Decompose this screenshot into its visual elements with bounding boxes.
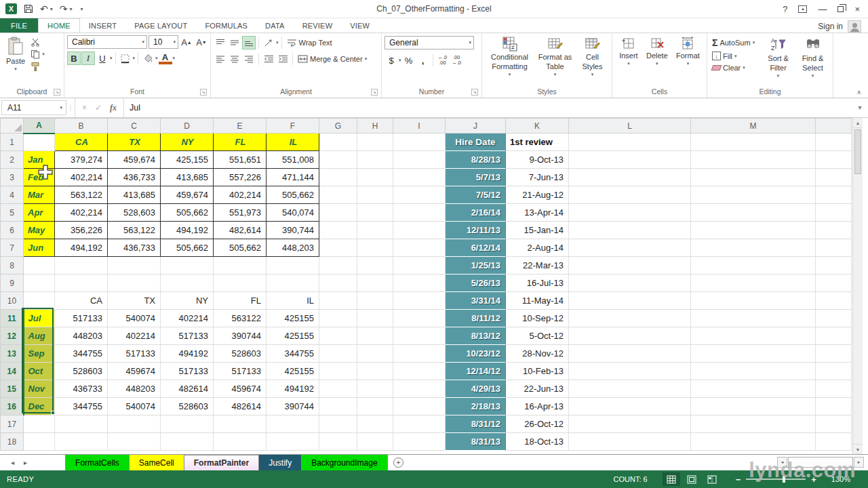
cell-M18[interactable] — [691, 433, 816, 451]
sheet-tab-formatpainter[interactable]: FormatPainter — [184, 454, 259, 470]
cell-J12[interactable]: 8/13/12 — [446, 327, 506, 345]
horizontal-scroll-thumb[interactable] — [788, 457, 853, 468]
cell-K13[interactable]: 28-Nov-12 — [506, 345, 569, 363]
cell-C6[interactable]: 563,122 — [108, 222, 161, 239]
minimize-button[interactable]: — — [818, 4, 827, 14]
cell-D10[interactable]: NY — [161, 292, 214, 310]
cell-A13[interactable]: Sep — [24, 345, 55, 363]
cell-G11[interactable] — [319, 310, 357, 327]
undo-button[interactable]: ↶ — [40, 4, 48, 14]
cell-D4[interactable]: 459,674 — [161, 186, 214, 204]
cell-I5[interactable] — [393, 204, 446, 222]
cell-K10[interactable]: 11-May-14 — [506, 292, 569, 310]
row-header-8[interactable]: 8 — [1, 257, 24, 274]
row-header-16[interactable]: 16 — [1, 398, 24, 415]
format-as-table-button[interactable]: Format as Table▾ — [535, 35, 576, 79]
cell-D15[interactable]: 482614 — [161, 380, 214, 398]
tab-formulas[interactable]: FORMULAS — [196, 18, 256, 33]
scroll-right-icon[interactable]: ▸ — [854, 457, 864, 468]
cell-F13[interactable]: 344755 — [267, 345, 319, 363]
cell-I17[interactable] — [393, 415, 446, 433]
decrease-indent-button[interactable] — [262, 52, 275, 66]
cell-I6[interactable] — [393, 222, 446, 239]
vertical-scroll-thumb[interactable] — [854, 129, 861, 174]
wrap-text-button[interactable]: Wrap Text — [285, 38, 334, 47]
cell-C17[interactable] — [108, 415, 161, 433]
cell-H2[interactable] — [357, 151, 393, 169]
cell-A9[interactable] — [24, 274, 55, 292]
column-header-G[interactable]: G — [319, 119, 357, 134]
cell-G3[interactable] — [319, 169, 357, 186]
cell-F7[interactable]: 448,203 — [267, 239, 319, 257]
cell-I15[interactable] — [393, 380, 446, 398]
cell-partial-7[interactable] — [816, 239, 852, 257]
increase-decimal-button[interactable]: ←.0.00 — [436, 55, 450, 66]
cell-H8[interactable] — [357, 257, 393, 274]
tab-insert[interactable]: INSERT — [80, 18, 125, 33]
cell-F8[interactable] — [267, 257, 319, 274]
cell-B7[interactable]: 494,192 — [55, 239, 108, 257]
cell-H16[interactable] — [357, 398, 393, 415]
cell-G4[interactable] — [319, 186, 357, 204]
cell-H13[interactable] — [357, 345, 393, 363]
cell-partial-3[interactable] — [816, 169, 852, 186]
cell-E10[interactable]: FL — [214, 292, 267, 310]
borders-button[interactable] — [119, 52, 132, 65]
cell-B6[interactable]: 356,226 — [55, 222, 108, 239]
cell-J11[interactable]: 8/11/12 — [446, 310, 506, 327]
cell-G1[interactable] — [319, 134, 357, 151]
cell-G7[interactable] — [319, 239, 357, 257]
cell-J13[interactable]: 10/23/12 — [446, 345, 506, 363]
align-right-button[interactable] — [242, 52, 256, 66]
cell-partial-16[interactable] — [816, 398, 852, 415]
cell-J8[interactable]: 1/25/13 — [446, 257, 506, 274]
cell-I12[interactable] — [393, 327, 446, 345]
cell-I18[interactable] — [393, 433, 446, 451]
cell-partial-6[interactable] — [816, 222, 852, 239]
column-header-A[interactable]: A — [24, 119, 55, 134]
cell-K1[interactable]: 1st review — [506, 134, 569, 151]
currency-button[interactable]: $ — [384, 54, 398, 67]
cell-E6[interactable]: 482,614 — [214, 222, 267, 239]
cell-K3[interactable]: 7-Jun-13 — [506, 169, 569, 186]
cell-D5[interactable]: 505,662 — [161, 204, 214, 222]
cell-J15[interactable]: 4/29/13 — [446, 380, 506, 398]
delete-cells-button[interactable]: Delete▾ — [643, 35, 671, 68]
tab-home[interactable]: HOME — [38, 18, 80, 33]
cell-J6[interactable]: 12/11/13 — [446, 222, 506, 239]
cell-M15[interactable] — [691, 380, 816, 398]
cell-M4[interactable] — [691, 186, 816, 204]
decrease-decimal-button[interactable]: .00→.0 — [450, 55, 463, 66]
cell-F9[interactable] — [267, 274, 319, 292]
zoom-out-button[interactable]: − — [736, 474, 741, 485]
tab-page-layout[interactable]: PAGE LAYOUT — [125, 18, 196, 33]
cell-D3[interactable]: 413,685 — [161, 169, 214, 186]
cell-I2[interactable] — [393, 151, 446, 169]
cell-B8[interactable] — [55, 257, 108, 274]
cell-C12[interactable]: 402214 — [108, 327, 161, 345]
cell-G2[interactable] — [319, 151, 357, 169]
column-header-D[interactable]: D — [161, 119, 214, 134]
cell-L15[interactable] — [569, 380, 691, 398]
cell-C18[interactable] — [108, 433, 161, 451]
clear-button[interactable]: Clear▾ — [710, 63, 757, 73]
cell-E18[interactable] — [214, 433, 267, 451]
cell-I9[interactable] — [393, 274, 446, 292]
scroll-left-icon[interactable]: ◂ — [777, 457, 787, 468]
cell-I13[interactable] — [393, 345, 446, 363]
paste-button[interactable]: Paste▾ — [3, 35, 28, 74]
cell-M8[interactable] — [691, 257, 816, 274]
enter-icon[interactable]: ✓ — [95, 103, 102, 113]
cell-L5[interactable] — [569, 204, 691, 222]
format-painter-button[interactable] — [28, 61, 47, 72]
cell-K14[interactable]: 10-Feb-13 — [506, 363, 569, 380]
cell-H10[interactable] — [357, 292, 393, 310]
cell-J7[interactable]: 6/12/14 — [446, 239, 506, 257]
cell-partial-5[interactable] — [816, 204, 852, 222]
cell-partial-14[interactable] — [816, 363, 852, 380]
font-size-combo[interactable]: 10▾ — [149, 35, 178, 49]
cell-F10[interactable]: IL — [267, 292, 319, 310]
cell-J14[interactable]: 12/14/12 — [446, 363, 506, 380]
cell-M7[interactable] — [691, 239, 816, 257]
cell-F14[interactable]: 425155 — [267, 363, 319, 380]
